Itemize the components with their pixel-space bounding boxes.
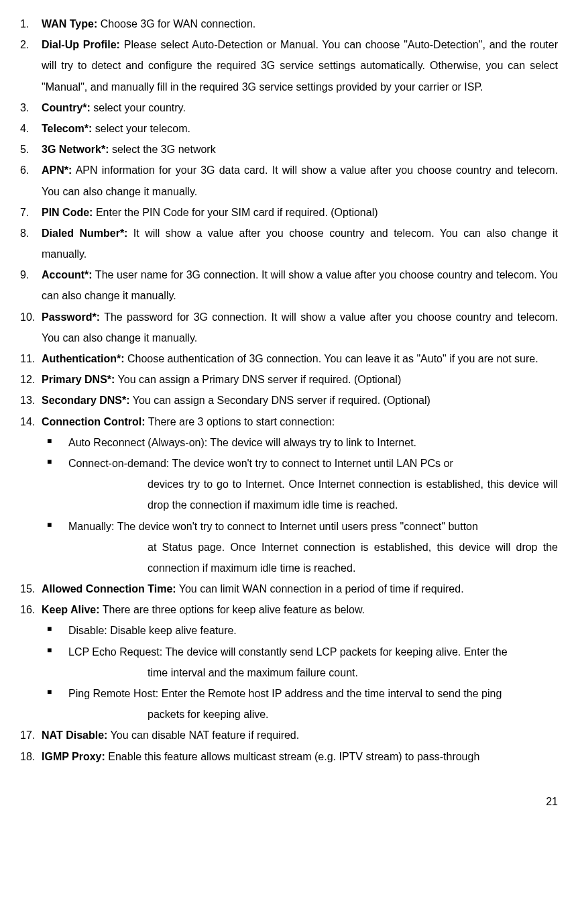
description: There are three options for keep alive f… bbox=[100, 604, 365, 615]
term: Allowed Connection Time: bbox=[42, 583, 176, 595]
bullet-text: Connect-on-demand: The device won't try … bbox=[68, 458, 453, 469]
term: Country*: bbox=[42, 102, 91, 113]
bullet-text: Auto Reconnect (Always-on): The device w… bbox=[68, 437, 416, 448]
description: Choose 3G for WAN connection. bbox=[97, 18, 255, 30]
bullet-item: Ping Remote Host: Enter the Remote host … bbox=[42, 683, 558, 725]
description: You can assign a Primary DNS server if r… bbox=[115, 374, 401, 385]
description: The password for 3G connection. It will … bbox=[42, 311, 558, 344]
list-item: Password*: The password for 3G connectio… bbox=[20, 307, 558, 348]
list-item: Dial-Up Profile: Please select Auto-Dete… bbox=[20, 34, 558, 97]
bullet-continuation: packets for keeping alive. bbox=[68, 704, 558, 725]
bullet-text: Ping Remote Host: Enter the Remote host … bbox=[68, 688, 502, 699]
description: Enter the PIN Code for your SIM card if … bbox=[93, 207, 378, 218]
list-item: Telecom*: select your telecom. bbox=[20, 118, 558, 139]
list-item: Secondary DNS*: You can assign a Seconda… bbox=[20, 390, 558, 411]
list-item: Primary DNS*: You can assign a Primary D… bbox=[20, 369, 558, 390]
bullet-continuation: devices try to go to Internet. Once Inte… bbox=[68, 474, 558, 515]
bullet-text: Manually: The device won't try to connec… bbox=[68, 521, 478, 532]
term: 3G Network*: bbox=[42, 144, 109, 155]
list-item: 3G Network*: select the 3G network bbox=[20, 139, 558, 160]
list-item: PIN Code: Enter the PIN Code for your SI… bbox=[20, 202, 558, 223]
term: PIN Code: bbox=[42, 207, 93, 218]
term: APN*: bbox=[42, 164, 72, 176]
bullet-item: Manually: The device won't try to connec… bbox=[42, 516, 558, 579]
list-item: Country*: select your country. bbox=[20, 97, 558, 118]
bullet-item: LCP Echo Request: The device will consta… bbox=[42, 641, 558, 683]
list-item: Connection Control: There are 3 options … bbox=[20, 411, 558, 579]
bullet-item: Connect-on-demand: The device won't try … bbox=[42, 453, 558, 516]
description: select your telecom. bbox=[92, 123, 190, 134]
description: You can assign a Secondary DNS server if… bbox=[130, 395, 430, 406]
term: IGMP Proxy: bbox=[42, 751, 105, 762]
description: select the 3G network bbox=[109, 144, 215, 155]
term: Password*: bbox=[42, 311, 100, 323]
numbered-list: WAN Type: Choose 3G for WAN connection. … bbox=[20, 13, 558, 767]
term: WAN Type: bbox=[42, 18, 97, 30]
bullet-list: Disable: Disable keep alive feature. LCP… bbox=[42, 620, 558, 725]
description: APN information for your 3G data card. I… bbox=[42, 164, 558, 197]
bullet-continuation: at Status page. Once Internet connection… bbox=[68, 537, 558, 578]
list-item: NAT Disable: You can disable NAT feature… bbox=[20, 725, 558, 746]
list-item: IGMP Proxy: Enable this feature allows m… bbox=[20, 746, 558, 767]
term: Authentication*: bbox=[42, 353, 125, 364]
list-item: Authentication*: Choose authentication o… bbox=[20, 348, 558, 369]
bullet-text: LCP Echo Request: The device will consta… bbox=[68, 646, 508, 658]
bullet-continuation: time interval and the maximum failure co… bbox=[68, 662, 558, 683]
list-item: APN*: APN information for your 3G data c… bbox=[20, 160, 558, 201]
description: The user name for 3G connection. It will… bbox=[42, 269, 558, 301]
term: Keep Alive: bbox=[42, 604, 100, 615]
description: You can disable NAT feature if required. bbox=[107, 729, 299, 741]
term: Primary DNS*: bbox=[42, 374, 115, 385]
list-item: Account*: The user name for 3G connectio… bbox=[20, 264, 558, 306]
list-item: WAN Type: Choose 3G for WAN connection. bbox=[20, 13, 558, 34]
bullet-item: Auto Reconnect (Always-on): The device w… bbox=[42, 432, 558, 453]
term: Dialed Number*: bbox=[42, 227, 127, 239]
description: Enable this feature allows multicast str… bbox=[105, 751, 479, 762]
term: NAT Disable: bbox=[42, 729, 107, 741]
list-item: Dialed Number*: It will show a value aft… bbox=[20, 223, 558, 264]
term: Secondary DNS*: bbox=[42, 395, 130, 406]
bullet-text: Disable: Disable keep alive feature. bbox=[68, 625, 237, 636]
bullet-item: Disable: Disable keep alive feature. bbox=[42, 620, 558, 641]
term: Telecom*: bbox=[42, 123, 92, 134]
description: There are 3 options to start connection: bbox=[146, 416, 335, 427]
term: Dial-Up Profile: bbox=[42, 39, 120, 50]
term: Account*: bbox=[42, 269, 93, 280]
description: select your country. bbox=[91, 102, 186, 113]
page-number: 21 bbox=[20, 791, 558, 812]
list-item: Keep Alive: There are three options for … bbox=[20, 599, 558, 725]
term: Connection Control: bbox=[42, 416, 146, 427]
list-item: Allowed Connection Time: You can limit W… bbox=[20, 578, 558, 599]
bullet-list: Auto Reconnect (Always-on): The device w… bbox=[42, 432, 558, 578]
description: Choose authentication of 3G connection. … bbox=[125, 353, 538, 364]
description: You can limit WAN connection in a period… bbox=[176, 583, 464, 595]
